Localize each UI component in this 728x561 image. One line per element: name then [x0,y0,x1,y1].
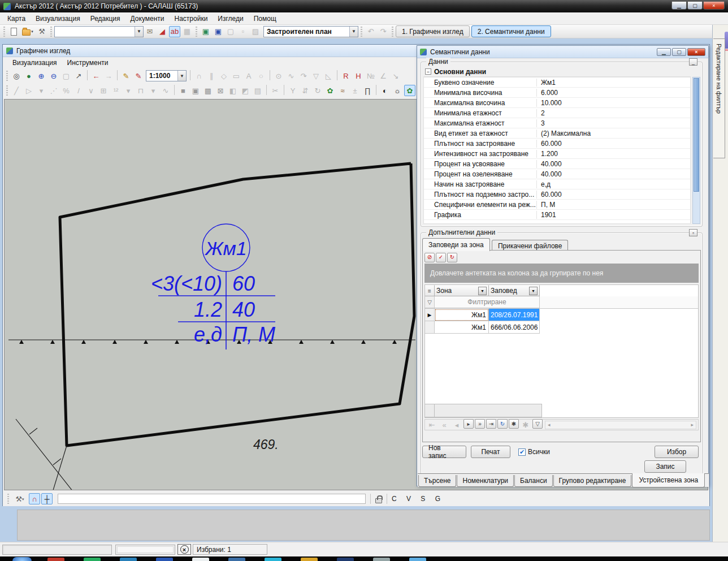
extra-group-expand-button[interactable]: ▫ [689,229,697,236]
confirm-edit-icon[interactable]: ✓ [436,253,446,262]
plan-combo[interactable]: Застроителен план ▼ [263,26,358,37]
property-value[interactable]: е,д [537,180,690,188]
view-back-icon[interactable]: ← [90,70,102,81]
world-view-icon[interactable]: ● [23,70,34,81]
height-point-icon[interactable]: H [353,70,364,81]
brightness-icon[interactable]: ☼ [392,85,403,96]
table-row[interactable]: Жм1 666/06.06.2006 [425,321,698,334]
taskbar-app-icon[interactable] [228,558,245,561]
scroll-left-icon[interactable]: ◂ [548,422,551,428]
insert-green-region-icon[interactable]: ▣ [200,26,211,37]
save-button[interactable]: Запис [644,460,686,473]
menu-item-2[interactable]: Редакция [85,13,125,24]
property-value[interactable]: 40.000 [537,170,690,178]
property-row[interactable]: Плътност на застрояване60.000 [424,139,690,149]
minimize-button[interactable]: ▁ [671,1,687,10]
scroll-right-icon[interactable]: ▸ [691,422,694,428]
menu-item-5[interactable]: Изгледи [213,13,248,24]
property-row[interactable]: Интензивност на застрояване1.200 [424,149,690,159]
boxed-x-area-icon[interactable]: ⊠ [215,85,226,96]
menu-item-1[interactable]: Визуализация [31,13,85,24]
menu-item-6[interactable]: Помощ [249,13,281,24]
tab-zone-orders[interactable]: Заповеди за зона [422,238,490,251]
property-row[interactable]: Буквено означениеЖм1 [424,77,690,88]
property-value[interactable]: П, М [537,201,690,209]
taskbar-app-icon[interactable] [301,558,318,561]
new-record-button[interactable]: Нов запис [422,446,466,458]
taskbar-app-icon[interactable] [192,558,209,561]
column-header-order[interactable]: Заповед ▼ [489,285,540,296]
zoom-window-icon[interactable]: ◎ [11,70,22,81]
property-row[interactable]: Плътност на подземно застро...60.000 [424,189,690,200]
print-button[interactable]: Печат [471,446,510,458]
column-filter-dropdown-icon[interactable]: ▼ [478,287,487,295]
insert-blue-region-icon[interactable]: ▣ [213,26,224,37]
property-value[interactable]: 3 [537,119,690,127]
grid-hscrollbar[interactable]: ◂ ▸ [545,421,696,429]
menu-item-0[interactable]: Карта [2,13,31,24]
data-group-collapse-button[interactable]: _ [689,58,697,66]
bottom-tab-2[interactable]: Баланси [514,475,553,487]
magnet-snap-icon[interactable]: ∩ [29,493,40,504]
radius-point-icon[interactable]: R [340,70,352,81]
collapse-icon[interactable]: − [425,68,431,75]
chevron-down-icon[interactable]: ▼ [135,27,143,37]
property-row[interactable]: Начин на застрояванее,д [424,179,690,189]
zoom-in-icon[interactable]: ⊕ [36,70,47,81]
refresh-data-icon[interactable]: ↻ [447,253,457,262]
repaint-brush-icon[interactable]: ✎ [133,70,144,81]
property-row[interactable]: Вид етикет за етажност(2) Максимална [424,128,690,139]
zone-label[interactable]: Жм1 [204,238,246,259]
taskbar-app-icon[interactable] [265,558,281,561]
property-row[interactable]: Максимална етажност3 [424,118,690,128]
restore-button[interactable]: ▢ [672,48,686,56]
bottom-tab-0[interactable]: Търсене [418,475,456,487]
property-row[interactable]: Специфични елементи на реж...П, М [424,200,690,210]
property-value[interactable]: (2) Максимална [537,130,690,137]
settings-tools-icon[interactable]: ⚒ [36,26,47,37]
close-icon[interactable]: × [687,48,705,56]
column-header-zone[interactable]: Зона ▼ [435,285,489,296]
bottom-tab-4[interactable]: Устройствена зона [632,473,705,487]
property-value[interactable]: Жм1 [537,79,690,87]
view-button-graphic[interactable]: 1. Графичен изглед [396,25,470,37]
property-value[interactable]: 40.000 [537,160,690,168]
property-value[interactable]: 1.200 [537,150,690,158]
order-cell[interactable]: 208/26.07.1991 [489,309,540,321]
property-row[interactable]: Процент на усвояване40.000 [424,159,690,169]
property-value[interactable]: 60.000 [537,140,690,148]
cancel-selection-button[interactable]: × [177,544,191,555]
nav-new-record-icon[interactable]: ✱ [509,419,519,429]
property-value[interactable]: 1901 [537,211,690,219]
plumb-snap-icon[interactable]: ┼ [41,493,53,504]
maximize-button[interactable]: ▢ [687,1,703,10]
bottom-tab-3[interactable]: Групово редактиране [553,475,632,487]
scale-combo[interactable]: 1:1000 ▼ [146,70,187,81]
chevron-down-icon[interactable]: ▼ [177,71,186,81]
hatch-area-icon[interactable]: ▩ [202,85,214,96]
tree-icon[interactable]: ✿ [324,85,336,96]
property-row[interactable]: Минимална етажност2 [424,108,690,118]
menu-item-3[interactable]: Документи [125,13,170,24]
zoom-out-icon[interactable]: ⊖ [48,70,59,81]
all-checkbox[interactable] [518,448,526,456]
pan-measure-icon[interactable]: ↗ [73,70,84,81]
semantic-window-titlebar[interactable]: Семантични данни ▁ ▢ × [417,46,708,58]
taskbar-app-icon[interactable] [47,558,64,561]
terrain-hatch-icon[interactable]: ≈ [337,85,348,96]
nav-filter-icon[interactable]: ▽ [532,419,543,429]
table-row[interactable]: ▶ Жм1 208/26.07.1991 [425,309,698,321]
property-row[interactable]: Процент на озеленяване40.000 [424,169,690,179]
layer-combo[interactable]: ▼ [54,26,144,37]
taskbar-app-icon[interactable] [337,558,354,561]
seal-icon[interactable]: ✉ [144,26,155,37]
taskbar-app-icon[interactable] [156,558,173,561]
snap-tools-icon[interactable]: ⚒▾ [12,493,28,504]
minimize-button[interactable]: ▁ [657,48,671,56]
nav-last-icon[interactable]: ⇥ [486,419,496,429]
nav-refresh-icon[interactable]: ↻ [497,419,508,429]
chevron-down-icon[interactable]: ▼ [349,27,358,37]
filter-edit-tab[interactable]: Редактиране на филтър [713,38,725,158]
taskbar-app-icon[interactable] [409,558,426,561]
start-button[interactable] [12,557,32,561]
